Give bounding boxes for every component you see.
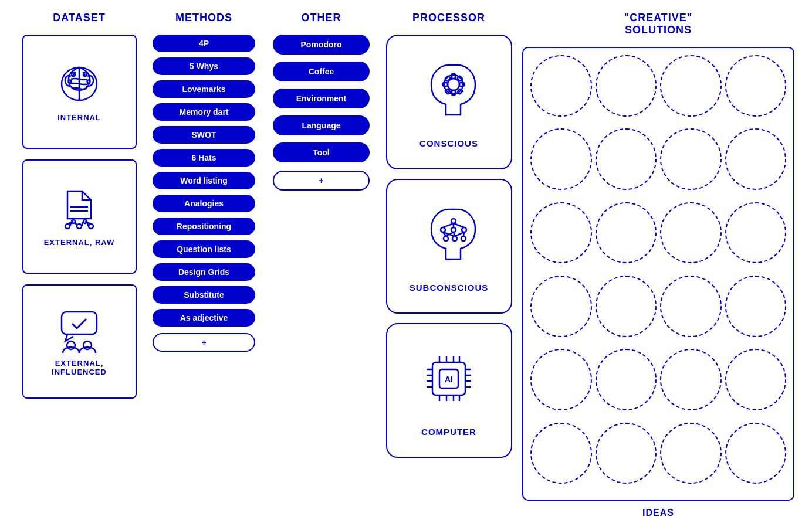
- svg-point-33: [451, 219, 456, 223]
- idea-circle[interactable]: [725, 55, 787, 117]
- idea-circle[interactable]: [596, 128, 657, 190]
- method-btn-memory-dart[interactable]: Memory dart: [153, 103, 255, 121]
- method-btn-swot[interactable]: SWOT: [153, 126, 255, 144]
- idea-circle[interactable]: [725, 423, 787, 484]
- method-btn-lovemarks[interactable]: Lovemarks: [153, 80, 255, 98]
- idea-circle[interactable]: [530, 423, 592, 484]
- column-processor: PROCESSOR: [381, 12, 516, 518]
- idea-circle[interactable]: [660, 202, 722, 264]
- method-btn-design-grids[interactable]: Design Grids: [153, 263, 255, 281]
- column-ideas: "CREATIVE" SOLUTIONS IDEAS: [522, 12, 794, 518]
- svg-point-3: [69, 80, 72, 83]
- svg-point-34: [441, 227, 445, 232]
- svg-point-38: [452, 236, 457, 241]
- idea-circle[interactable]: [725, 349, 787, 410]
- method-btn-question-lists[interactable]: Question lists: [153, 240, 255, 258]
- ideas-header: "CREATIVE" SOLUTIONS: [624, 12, 693, 36]
- dataset-card-internal[interactable]: INTERNAL: [22, 35, 137, 149]
- svg-rect-27: [443, 83, 448, 86]
- processor-card-conscious[interactable]: CONSCIOUS: [386, 35, 512, 169]
- method-btn-analogies[interactable]: Analogies: [153, 195, 255, 212]
- external-raw-icon: [50, 186, 109, 233]
- computer-label: COMPUTER: [421, 427, 476, 437]
- method-btn-4p[interactable]: 4P: [153, 35, 255, 52]
- svg-point-6: [65, 224, 70, 229]
- subconscious-icon: [414, 201, 484, 277]
- brain-icon: [50, 62, 109, 108]
- svg-point-35: [451, 227, 456, 232]
- svg-text:AI: AI: [445, 375, 453, 384]
- external-influenced-icon: [50, 307, 109, 354]
- idea-circle[interactable]: [660, 55, 722, 117]
- subconscious-label: SUBCONSCIOUS: [410, 283, 489, 293]
- processor-header: PROCESSOR: [412, 12, 485, 24]
- internal-label: INTERNAL: [57, 113, 101, 122]
- idea-circle[interactable]: [596, 349, 657, 410]
- svg-rect-20: [62, 312, 97, 334]
- svg-line-11: [75, 222, 77, 226]
- column-methods: METHODS 4P 5 Whys Lovemarks Memory dart …: [147, 12, 261, 518]
- method-btn-as-adjective[interactable]: As adjective: [153, 309, 255, 327]
- svg-rect-26: [452, 90, 455, 95]
- svg-point-21: [67, 341, 75, 349]
- other-btn-environment[interactable]: Environment: [273, 89, 370, 108]
- idea-circle[interactable]: [596, 202, 657, 264]
- idea-circle[interactable]: [530, 349, 592, 410]
- other-header: OTHER: [302, 12, 341, 24]
- svg-point-36: [462, 227, 466, 232]
- svg-point-39: [461, 236, 466, 241]
- conscious-icon: [414, 56, 484, 132]
- other-add-button[interactable]: +: [273, 171, 370, 191]
- idea-circle[interactable]: [530, 128, 592, 190]
- svg-line-42: [454, 223, 464, 227]
- method-add-button[interactable]: +: [153, 333, 255, 352]
- svg-point-5: [77, 224, 82, 229]
- dataset-header: DATASET: [53, 12, 105, 24]
- method-btn-repositioning[interactable]: Repositioning: [153, 218, 255, 235]
- idea-circle[interactable]: [596, 423, 657, 484]
- ideas-grid: [522, 47, 794, 501]
- idea-circle[interactable]: [725, 202, 787, 264]
- processor-card-subconscious[interactable]: SUBCONSCIOUS: [386, 179, 512, 314]
- svg-line-40: [443, 223, 454, 227]
- column-dataset: DATASET: [18, 12, 141, 518]
- dataset-card-external-raw[interactable]: EXTERNAL, RAW: [22, 159, 137, 274]
- idea-circle[interactable]: [596, 276, 657, 337]
- computer-icon: AI: [414, 345, 484, 421]
- idea-circle[interactable]: [530, 202, 592, 264]
- svg-point-7: [89, 224, 93, 229]
- method-btn-6hats[interactable]: 6 Hats: [153, 149, 255, 167]
- svg-rect-28: [459, 83, 464, 86]
- method-btn-5whys[interactable]: 5 Whys: [153, 57, 255, 75]
- svg-rect-25: [452, 74, 455, 79]
- conscious-label: CONSCIOUS: [419, 138, 478, 148]
- idea-circle[interactable]: [725, 276, 787, 337]
- other-btn-language[interactable]: Language: [273, 115, 370, 135]
- idea-circle[interactable]: [660, 276, 722, 337]
- svg-line-48: [463, 232, 464, 236]
- other-btn-pomodoro[interactable]: Pomodoro: [273, 35, 370, 55]
- idea-circle[interactable]: [725, 128, 787, 190]
- idea-circle[interactable]: [660, 423, 722, 484]
- dataset-card-external-influenced[interactable]: EXTERNAL, INFLUENCED: [22, 284, 137, 399]
- main-container: DATASET: [0, 0, 812, 530]
- other-btn-tool[interactable]: Tool: [273, 142, 370, 162]
- idea-circle[interactable]: [660, 128, 722, 190]
- external-influenced-label: EXTERNAL, INFLUENCED: [52, 359, 107, 376]
- svg-line-12: [82, 222, 83, 226]
- idea-circle[interactable]: [530, 276, 592, 337]
- external-raw-label: EXTERNAL, RAW: [44, 238, 115, 247]
- method-btn-substitute[interactable]: Substitute: [153, 286, 255, 304]
- idea-circle[interactable]: [596, 55, 657, 117]
- ideas-footer-label: IDEAS: [642, 508, 674, 518]
- processor-card-computer[interactable]: AI: [386, 323, 512, 458]
- other-btn-coffee[interactable]: Coffee: [273, 62, 370, 81]
- idea-circle[interactable]: [530, 55, 592, 117]
- column-other: OTHER Pomodoro Coffee Environment Langua…: [267, 12, 375, 518]
- method-btn-word-listing[interactable]: Word listing: [153, 172, 255, 189]
- methods-header: METHODS: [175, 12, 232, 24]
- svg-point-22: [83, 341, 92, 349]
- svg-point-37: [444, 236, 448, 241]
- svg-point-4: [87, 80, 90, 83]
- idea-circle[interactable]: [660, 349, 722, 410]
